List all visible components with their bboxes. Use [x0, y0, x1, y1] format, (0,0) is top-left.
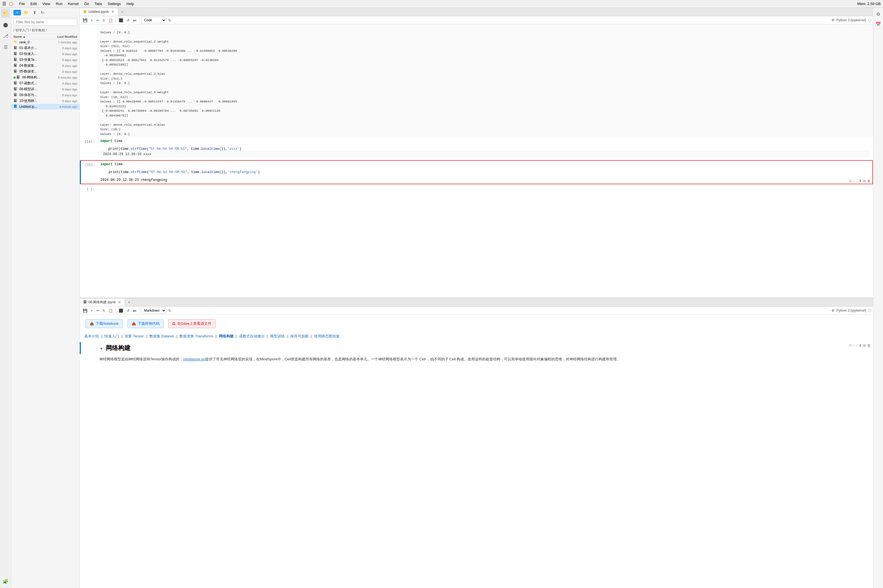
nav-link-tensor[interactable]: 张量 Tensor	[124, 334, 144, 338]
cell-14: [14]: import time print(time.strftime("%…	[80, 138, 873, 159]
tab-bar-2: 📓 06-网络构建.ipynb ✕ +	[80, 298, 873, 307]
cell-type-select[interactable]: Code Markdown Raw	[141, 17, 166, 23]
tab-untitled[interactable]: 📒 Untitled.ipynb ✕	[80, 8, 118, 16]
list-item[interactable]: 📓 03-张量Te... 8 days ago	[11, 57, 79, 63]
move-down-heading-btn[interactable]: ↓	[856, 343, 858, 348]
copy-btn[interactable]: ⎘	[101, 17, 106, 23]
tab-close-btn-2[interactable]: ✕	[118, 300, 121, 304]
refresh-btn[interactable]: ↻	[39, 9, 46, 16]
menu-settings[interactable]: Settings	[105, 1, 124, 6]
save-btn[interactable]: 💾	[81, 17, 89, 23]
nav-link-autograd[interactable]: 函数式自动微分	[239, 334, 265, 338]
settings-right-btn[interactable]: ⚙	[874, 10, 882, 18]
calendar-right-btn[interactable]: 📅	[874, 20, 882, 28]
stop-btn-2[interactable]: ⬛	[117, 308, 124, 314]
kernel-status-circle-2	[868, 309, 871, 312]
settings-icon-2[interactable]: ⚙	[832, 309, 835, 312]
list-item[interactable]: 📓 09-保存与... 8 days ago	[11, 92, 79, 98]
restart-btn-2[interactable]: ↺	[125, 308, 131, 314]
menu-file[interactable]: File	[16, 1, 28, 6]
list-item[interactable]: 📓 10-使用静... 8 days ago	[11, 98, 79, 104]
menu-edit[interactable]: Edit	[28, 1, 39, 6]
list-item[interactable]: 📓 05-数据变... 8 days ago	[11, 69, 79, 75]
stop-btn[interactable]: ⬛	[117, 17, 124, 23]
more-options-btn[interactable]: ⊞	[863, 179, 866, 183]
search-input[interactable]	[13, 19, 77, 26]
tab-add-btn-2[interactable]: +	[125, 299, 133, 306]
more-heading-btn[interactable]: ⊞	[863, 343, 866, 348]
cut-btn[interactable]: ✂	[95, 17, 101, 23]
nav-link-quickstart[interactable]: 快速入门	[105, 334, 119, 338]
running-icon-btn[interactable]: ⬤	[1, 20, 10, 29]
nav-link-training[interactable]: 模型训练	[270, 334, 285, 338]
nav-link-static[interactable]: 使用静态图加速	[314, 334, 340, 338]
menu-kernel[interactable]: Kernel	[65, 1, 81, 6]
cell-next-content[interactable]	[97, 185, 873, 194]
list-item[interactable]: 📘 Untitled.ip... a minute ago	[11, 104, 79, 110]
settings-icon[interactable]: ⚙	[832, 18, 835, 22]
add-cell-btn[interactable]: +	[89, 17, 94, 23]
copy-btn-2[interactable]: ⎘	[101, 308, 106, 314]
save-btn-2[interactable]: 💾	[81, 308, 89, 314]
mindspore-nn-link[interactable]: mindspore.nn	[183, 357, 205, 361]
download-heading-btn[interactable]: ⬇	[859, 343, 862, 348]
download-notebook-btn[interactable]: 📥 下载Notebook	[85, 319, 123, 328]
run-all-btn[interactable]: ⏭	[132, 17, 138, 23]
list-item[interactable]: 📓 06-网络构... 8 minutes ago	[11, 75, 79, 80]
download-sample-btn[interactable]: 📥 下载样例代码	[127, 319, 164, 328]
view-gitee-btn[interactable]: G 在Gitee上查看源文件	[168, 319, 216, 328]
git-icon-btn[interactable]: ⎇	[1, 32, 10, 40]
list-item[interactable]: 📓 07-函数式... 8 days ago	[11, 80, 79, 86]
tab-network[interactable]: 📓 06-网络构建.ipynb ✕	[80, 299, 125, 306]
menu-tabs[interactable]: Tabs	[91, 1, 105, 6]
new-folder-btn[interactable]: 📁	[22, 9, 30, 16]
list-item[interactable]: 📓 04-数据集... 8 days ago	[11, 63, 79, 69]
separator-nav8: ||	[287, 334, 289, 338]
cell-type-select-2[interactable]: Markdown Code Raw	[141, 308, 166, 314]
run-all-btn-2[interactable]: ⏭	[132, 308, 138, 314]
col-name-header[interactable]: Name ▲	[13, 35, 49, 38]
new-launcher-btn[interactable]: +	[13, 10, 21, 15]
paste-btn-2[interactable]: 📋	[107, 308, 114, 314]
refresh-btn-2[interactable]: ↻	[167, 308, 173, 314]
delete-heading-btn[interactable]: 🗑	[867, 343, 871, 348]
menu-git[interactable]: Git	[81, 1, 92, 6]
list-item[interactable]: 📁 rank_0 7 minutes ago	[11, 39, 79, 45]
separator4	[139, 308, 140, 314]
add-cell-btn-2[interactable]: +	[89, 308, 94, 314]
menu-run[interactable]: Run	[53, 1, 65, 6]
menu-view[interactable]: View	[39, 1, 53, 6]
cell-15-content[interactable]: import time print(time.strftime("%Y-%m-%…	[98, 161, 873, 184]
nav-link-transforms[interactable]: 数据变换 Transforms	[180, 334, 213, 338]
tab-add-btn[interactable]: +	[118, 8, 126, 16]
nav-link-basic[interactable]: 基本介绍	[84, 334, 99, 338]
cut-btn-2[interactable]: ✂	[95, 308, 101, 314]
cell-15-prompt: [15]:	[81, 161, 98, 184]
move-up-heading-btn[interactable]: ↑	[853, 343, 855, 348]
list-item[interactable]: 📓 02-快速入... 8 days ago	[11, 51, 79, 57]
cell-14-content[interactable]: import time print(time.strftime("%Y-%m-%…	[97, 138, 873, 159]
refresh-btn[interactable]: ↻	[167, 17, 173, 23]
list-item[interactable]: 📓 08-模型训... 8 days ago	[11, 86, 79, 92]
upload-btn[interactable]: ⬆	[31, 9, 38, 16]
move-down-btn[interactable]: ↓	[856, 179, 858, 183]
cell-15-highlighted: [15]: import time print(time.strftime("%…	[80, 160, 873, 184]
menu-help[interactable]: Help	[124, 1, 137, 6]
paste-btn[interactable]: 📋	[107, 17, 114, 23]
delete-cell-btn[interactable]: 🗑	[867, 179, 871, 183]
copy-heading-btn[interactable]: ⎘	[849, 343, 852, 348]
copy-cell-btn[interactable]: ⎘	[849, 179, 852, 183]
extension-icon-btn[interactable]: 🧩	[1, 577, 10, 586]
download-cell-btn[interactable]: ⬇	[859, 179, 862, 183]
restart-btn[interactable]: ↺	[125, 17, 131, 23]
nav-link-dataset[interactable]: 数据集 Dataset	[150, 334, 174, 338]
folder-icon-btn[interactable]: 📁	[1, 9, 10, 18]
nav-link-save[interactable]: 保存与加载	[290, 334, 309, 338]
hamburger-icon[interactable]: ☰	[2, 1, 6, 6]
collapse-icon[interactable]: ▼	[99, 346, 103, 351]
move-up-btn[interactable]: ↑	[853, 179, 855, 183]
list-item[interactable]: 📓 01-基本介... 8 days ago	[11, 45, 79, 51]
list-icon-btn[interactable]: ☰	[1, 42, 10, 51]
output-14: 2024-06-29 12:36:10 xxxx	[100, 151, 870, 158]
tab-close-btn[interactable]: ✕	[111, 9, 114, 14]
